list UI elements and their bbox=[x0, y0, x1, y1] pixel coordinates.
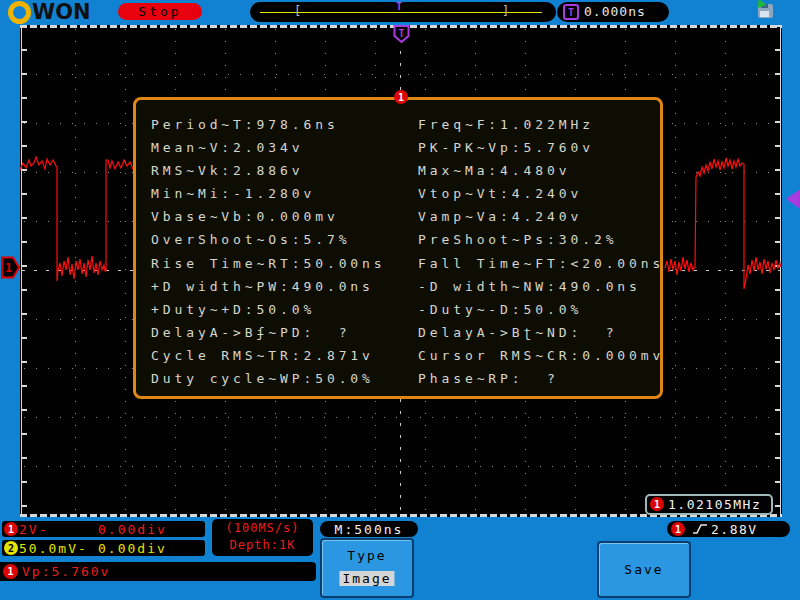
memory-depth: Depth:1K bbox=[212, 538, 313, 552]
measurement-row: DelayA->Bʈ~ND: ? bbox=[418, 321, 664, 344]
channel2-badge: 2 bbox=[4, 541, 18, 555]
timebase-value: M:500ns bbox=[335, 522, 404, 537]
acquire-status-box: (100MS/s) Depth:1K bbox=[212, 519, 313, 556]
channel2-status-box: 2 50.0mV- 0.00div bbox=[2, 540, 205, 556]
measurement-row: Min~Mi:-1.280v bbox=[151, 182, 386, 205]
measurement-row: Vamp~Va:4.240v bbox=[418, 205, 664, 228]
trigger-level-value: 2.88V bbox=[711, 522, 758, 537]
trigger-level-readout: 1 2.88V bbox=[667, 521, 790, 537]
measurement-row: Cycle RMS~TR:2.871v bbox=[151, 344, 386, 367]
rising-edge-icon bbox=[692, 522, 709, 536]
window-end-bracket: ] bbox=[502, 4, 509, 18]
channel2-scale: 50.0mV- bbox=[19, 541, 88, 556]
measure-readout-badge: 1 bbox=[3, 564, 18, 579]
owon-logo-ring bbox=[8, 1, 31, 24]
measurement-row: +D width~PW:490.0ns bbox=[151, 275, 386, 298]
measurement-panel: Period~T:978.6nsMean~V:2.034vRMS~Vk:2.88… bbox=[133, 97, 663, 399]
freq-counter-value: 1.02105MHz bbox=[668, 497, 761, 512]
measurement-column-right: Freq~F:1.022MHzPK-PK~Vp:5.760vMax~Ma:4.4… bbox=[418, 113, 664, 390]
measurement-row: Period~T:978.6ns bbox=[151, 113, 386, 136]
horizontal-position-bar: [ ] T bbox=[250, 2, 556, 22]
owon-logo: WON bbox=[8, 1, 91, 23]
measurement-row: Cursor RMS~CR:0.000mv bbox=[418, 344, 664, 367]
trigger-position-marker-icon: T bbox=[393, 25, 410, 44]
measurement-row: Freq~F:1.022MHz bbox=[418, 113, 664, 136]
usb-disk-icon bbox=[758, 4, 773, 18]
channel2-offset: 0.00div bbox=[98, 541, 167, 556]
usb-disk-label bbox=[760, 11, 769, 17]
usb-disk-arrow-icon bbox=[754, 0, 767, 11]
measurement-row: +Duty~+D:50.0% bbox=[151, 298, 386, 321]
trigger-time-value: 0.000ns bbox=[584, 4, 646, 19]
measurement-row: Phase~RP: ? bbox=[418, 367, 664, 390]
channel1-offset: 0.00div bbox=[98, 522, 167, 537]
measurement-row: Vbase~Vb:0.000mv bbox=[151, 205, 386, 228]
type-button-value: Image bbox=[339, 571, 394, 586]
trigger-position-tick: T bbox=[396, 1, 402, 12]
measurement-row: Max~Ma:4.480v bbox=[418, 159, 664, 182]
channel1-badge: 1 bbox=[4, 522, 18, 536]
frequency-counter: 1 1.02105MHz bbox=[645, 494, 773, 515]
trigger-t-icon: T bbox=[563, 4, 579, 20]
trigger-time-readout: T 0.000ns bbox=[557, 2, 669, 22]
sample-rate: (100MS/s) bbox=[212, 521, 313, 535]
channel1-scale: 2V- bbox=[19, 522, 48, 537]
measurement-row: Duty cycle~WP:50.0% bbox=[151, 367, 386, 390]
type-menu-button[interactable]: Type Image bbox=[320, 538, 414, 598]
measure-readout-bar: 1 Vp:5.760v bbox=[0, 562, 316, 581]
measurement-column-left: Period~T:978.6nsMean~V:2.034vRMS~Vk:2.88… bbox=[151, 113, 386, 390]
owon-logo-text: WON bbox=[32, 0, 91, 24]
measurement-row: DelayA->Bʄ~PD: ? bbox=[151, 321, 386, 344]
measurement-row: Fall Time~FT:<20.00ns bbox=[418, 252, 664, 275]
freq-counter-channel-badge: 1 bbox=[650, 497, 664, 511]
channel1-position-marker-icon: 1 bbox=[1, 256, 21, 279]
save-button[interactable]: Save bbox=[597, 541, 691, 598]
measurement-row: RMS~Vk:2.886v bbox=[151, 159, 386, 182]
trigger-level-arrow-icon bbox=[786, 190, 799, 208]
measurement-row: OverShoot~Os:5.7% bbox=[151, 228, 386, 251]
measurement-row: PK-PK~Vp:5.760v bbox=[418, 136, 664, 159]
measurement-row: PreShoot~Ps:30.2% bbox=[418, 228, 664, 251]
memory-window-line bbox=[260, 12, 542, 13]
run-state-label: Stop bbox=[138, 4, 181, 19]
type-button-label: Type bbox=[322, 548, 412, 563]
trigger-marker-letter: T bbox=[398, 28, 404, 39]
measurement-row: -Duty~-D:50.0% bbox=[418, 298, 664, 321]
trigger-source-badge: 1 bbox=[671, 522, 685, 536]
run-state-indicator: Stop bbox=[118, 3, 202, 20]
measurement-row: Rise Time~RT:50.00ns bbox=[151, 252, 386, 275]
measurement-row: -D width~NW:490.0ns bbox=[418, 275, 664, 298]
measure-readout-value: Vp:5.760v bbox=[22, 564, 110, 579]
measurement-channel-badge: 1 bbox=[394, 90, 408, 104]
save-button-label: Save bbox=[624, 562, 663, 577]
window-start-bracket: [ bbox=[294, 4, 301, 18]
measurement-row: Mean~V:2.034v bbox=[151, 136, 386, 159]
channel1-status-box: 1 2V- 0.00div bbox=[2, 521, 205, 537]
measurement-row: Vtop~Vt:4.240v bbox=[418, 182, 664, 205]
channel1-marker-digit: 1 bbox=[5, 261, 12, 275]
timebase-readout: M:500ns bbox=[320, 521, 418, 537]
